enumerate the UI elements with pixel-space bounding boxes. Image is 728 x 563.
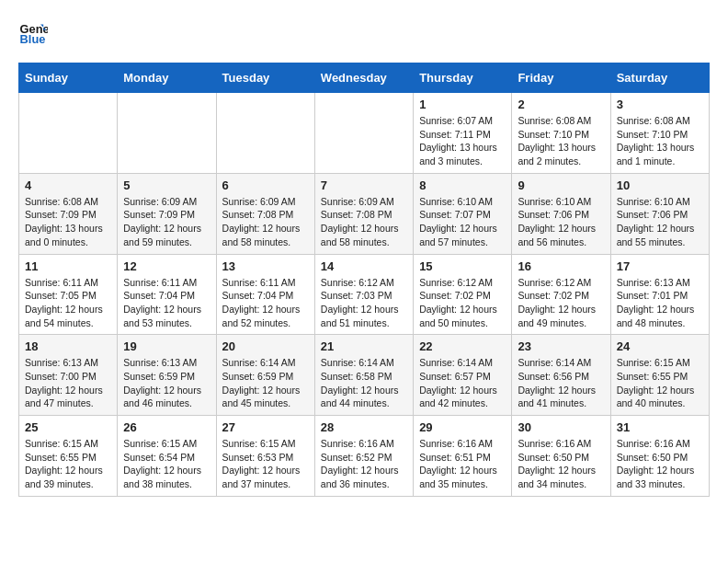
day-info: Sunrise: 6:16 AMSunset: 6:51 PMDaylight:… <box>419 437 506 491</box>
day-info: Sunrise: 6:09 AMSunset: 7:08 PMDaylight:… <box>321 195 407 249</box>
logo-icon: General Blue <box>18 18 48 48</box>
day-number: 21 <box>321 339 407 353</box>
day-info: Sunrise: 6:10 AMSunset: 7:06 PMDaylight:… <box>518 195 604 249</box>
day-info: Sunrise: 6:14 AMSunset: 6:57 PMDaylight:… <box>419 356 506 410</box>
day-number: 25 <box>25 420 111 434</box>
day-number: 12 <box>123 259 210 273</box>
calendar-cell: 27Sunrise: 6:15 AMSunset: 6:53 PMDayligh… <box>216 416 314 497</box>
calendar-cell: 23Sunrise: 6:14 AMSunset: 6:56 PMDayligh… <box>512 335 610 416</box>
week-row-2: 4Sunrise: 6:08 AMSunset: 7:09 PMDaylight… <box>19 173 710 254</box>
day-info: Sunrise: 6:10 AMSunset: 7:07 PMDaylight:… <box>419 195 506 249</box>
week-row-3: 11Sunrise: 6:11 AMSunset: 7:05 PMDayligh… <box>19 254 710 335</box>
calendar-cell: 4Sunrise: 6:08 AMSunset: 7:09 PMDaylight… <box>19 173 118 254</box>
calendar-cell: 28Sunrise: 6:16 AMSunset: 6:52 PMDayligh… <box>314 416 413 497</box>
day-number: 29 <box>419 420 506 434</box>
day-number: 9 <box>518 178 604 192</box>
day-info: Sunrise: 6:11 AMSunset: 7:04 PMDaylight:… <box>123 276 210 330</box>
day-number: 15 <box>419 259 506 273</box>
day-number: 30 <box>518 420 604 434</box>
calendar-header: SundayMondayTuesdayWednesdayThursdayFrid… <box>19 63 710 93</box>
day-number: 17 <box>617 259 703 273</box>
calendar-cell: 31Sunrise: 6:16 AMSunset: 6:50 PMDayligh… <box>610 416 709 497</box>
day-info: Sunrise: 6:12 AMSunset: 7:02 PMDaylight:… <box>419 276 506 330</box>
day-info: Sunrise: 6:15 AMSunset: 6:54 PMDaylight:… <box>123 437 210 491</box>
day-number: 23 <box>518 339 604 353</box>
calendar-cell: 6Sunrise: 6:09 AMSunset: 7:08 PMDaylight… <box>216 173 314 254</box>
calendar-table: SundayMondayTuesdayWednesdayThursdayFrid… <box>18 63 710 497</box>
calendar-cell: 2Sunrise: 6:08 AMSunset: 7:10 PMDaylight… <box>512 93 610 174</box>
day-number: 11 <box>25 259 111 273</box>
day-header-friday: Friday <box>512 63 610 93</box>
week-row-5: 25Sunrise: 6:15 AMSunset: 6:55 PMDayligh… <box>19 416 710 497</box>
day-number: 20 <box>222 339 309 353</box>
day-number: 13 <box>222 259 309 273</box>
logo: General Blue <box>18 18 51 48</box>
calendar-cell: 17Sunrise: 6:13 AMSunset: 7:01 PMDayligh… <box>610 254 709 335</box>
day-header-sunday: Sunday <box>19 63 118 93</box>
calendar-cell: 16Sunrise: 6:12 AMSunset: 7:02 PMDayligh… <box>512 254 610 335</box>
calendar-cell: 19Sunrise: 6:13 AMSunset: 6:59 PMDayligh… <box>118 335 216 416</box>
day-info: Sunrise: 6:16 AMSunset: 6:50 PMDaylight:… <box>518 437 604 491</box>
day-info: Sunrise: 6:15 AMSunset: 6:55 PMDaylight:… <box>25 437 111 491</box>
day-number: 24 <box>617 339 703 353</box>
calendar-cell: 30Sunrise: 6:16 AMSunset: 6:50 PMDayligh… <box>512 416 610 497</box>
day-info: Sunrise: 6:15 AMSunset: 6:53 PMDaylight:… <box>222 437 309 491</box>
day-info: Sunrise: 6:13 AMSunset: 6:59 PMDaylight:… <box>123 356 210 410</box>
day-info: Sunrise: 6:13 AMSunset: 7:01 PMDaylight:… <box>617 276 703 330</box>
day-header-monday: Monday <box>118 63 216 93</box>
day-number: 18 <box>25 339 111 353</box>
week-row-1: 1Sunrise: 6:07 AMSunset: 7:11 PMDaylight… <box>19 93 710 174</box>
calendar-cell: 3Sunrise: 6:08 AMSunset: 7:10 PMDaylight… <box>610 93 709 174</box>
calendar-cell: 18Sunrise: 6:13 AMSunset: 7:00 PMDayligh… <box>19 335 118 416</box>
day-info: Sunrise: 6:08 AMSunset: 7:09 PMDaylight:… <box>25 195 111 249</box>
day-number: 6 <box>222 178 309 192</box>
calendar-body: 1Sunrise: 6:07 AMSunset: 7:11 PMDaylight… <box>19 93 710 497</box>
day-number: 7 <box>321 178 407 192</box>
calendar-cell: 26Sunrise: 6:15 AMSunset: 6:54 PMDayligh… <box>118 416 216 497</box>
day-number: 5 <box>123 178 210 192</box>
day-info: Sunrise: 6:11 AMSunset: 7:04 PMDaylight:… <box>222 276 309 330</box>
day-info: Sunrise: 6:07 AMSunset: 7:11 PMDaylight:… <box>419 114 506 168</box>
day-number: 26 <box>123 420 210 434</box>
day-info: Sunrise: 6:14 AMSunset: 6:59 PMDaylight:… <box>222 356 309 410</box>
day-info: Sunrise: 6:13 AMSunset: 7:00 PMDaylight:… <box>25 356 111 410</box>
day-number: 31 <box>617 420 703 434</box>
day-header-thursday: Thursday <box>414 63 512 93</box>
calendar-cell: 5Sunrise: 6:09 AMSunset: 7:09 PMDaylight… <box>118 173 216 254</box>
calendar-cell: 9Sunrise: 6:10 AMSunset: 7:06 PMDaylight… <box>512 173 610 254</box>
day-info: Sunrise: 6:11 AMSunset: 7:05 PMDaylight:… <box>25 276 111 330</box>
calendar-cell: 8Sunrise: 6:10 AMSunset: 7:07 PMDaylight… <box>414 173 512 254</box>
day-info: Sunrise: 6:08 AMSunset: 7:10 PMDaylight:… <box>518 114 604 168</box>
day-header-saturday: Saturday <box>610 63 709 93</box>
day-info: Sunrise: 6:09 AMSunset: 7:09 PMDaylight:… <box>123 195 210 249</box>
calendar-cell: 22Sunrise: 6:14 AMSunset: 6:57 PMDayligh… <box>414 335 512 416</box>
day-info: Sunrise: 6:14 AMSunset: 6:58 PMDaylight:… <box>321 356 407 410</box>
calendar-cell: 21Sunrise: 6:14 AMSunset: 6:58 PMDayligh… <box>314 335 413 416</box>
calendar-cell <box>19 93 118 174</box>
day-info: Sunrise: 6:12 AMSunset: 7:02 PMDaylight:… <box>518 276 604 330</box>
day-number: 22 <box>419 339 506 353</box>
week-row-4: 18Sunrise: 6:13 AMSunset: 7:00 PMDayligh… <box>19 335 710 416</box>
day-number: 4 <box>25 178 111 192</box>
day-info: Sunrise: 6:15 AMSunset: 6:55 PMDaylight:… <box>617 356 703 410</box>
calendar-cell: 24Sunrise: 6:15 AMSunset: 6:55 PMDayligh… <box>610 335 709 416</box>
day-number: 28 <box>321 420 407 434</box>
day-number: 14 <box>321 259 407 273</box>
day-header-tuesday: Tuesday <box>216 63 314 93</box>
calendar-cell: 15Sunrise: 6:12 AMSunset: 7:02 PMDayligh… <box>414 254 512 335</box>
day-number: 16 <box>518 259 604 273</box>
day-number: 19 <box>123 339 210 353</box>
day-info: Sunrise: 6:16 AMSunset: 6:52 PMDaylight:… <box>321 437 407 491</box>
svg-text:Blue: Blue <box>20 32 46 46</box>
calendar-cell: 14Sunrise: 6:12 AMSunset: 7:03 PMDayligh… <box>314 254 413 335</box>
calendar-cell: 20Sunrise: 6:14 AMSunset: 6:59 PMDayligh… <box>216 335 314 416</box>
calendar-cell: 29Sunrise: 6:16 AMSunset: 6:51 PMDayligh… <box>414 416 512 497</box>
calendar-cell: 11Sunrise: 6:11 AMSunset: 7:05 PMDayligh… <box>19 254 118 335</box>
calendar-cell: 7Sunrise: 6:09 AMSunset: 7:08 PMDaylight… <box>314 173 413 254</box>
day-info: Sunrise: 6:08 AMSunset: 7:10 PMDaylight:… <box>617 114 703 168</box>
day-info: Sunrise: 6:14 AMSunset: 6:56 PMDaylight:… <box>518 356 604 410</box>
day-info: Sunrise: 6:10 AMSunset: 7:06 PMDaylight:… <box>617 195 703 249</box>
calendar-cell: 25Sunrise: 6:15 AMSunset: 6:55 PMDayligh… <box>19 416 118 497</box>
day-info: Sunrise: 6:12 AMSunset: 7:03 PMDaylight:… <box>321 276 407 330</box>
day-number: 27 <box>222 420 309 434</box>
